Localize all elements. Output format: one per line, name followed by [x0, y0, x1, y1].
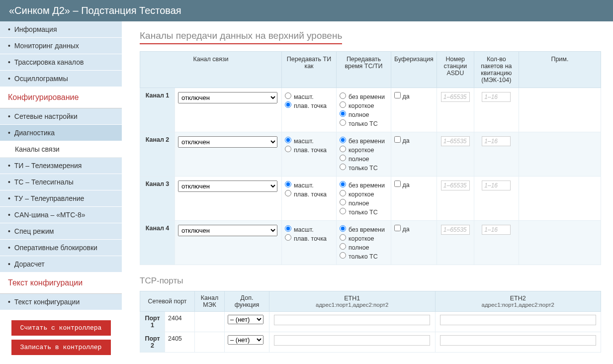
tcp-row: Порт 12404– (нет)	[140, 312, 601, 332]
nav-osc[interactable]: Осциллограммы	[0, 71, 122, 87]
channel-name: Канал 3	[140, 177, 175, 221]
nav-text-config[interactable]: Текст конфигурации	[0, 294, 122, 310]
packets-input[interactable]	[482, 181, 511, 190]
time-tc-radio[interactable]: только ТС	[340, 163, 388, 172]
note-cell	[519, 177, 601, 221]
channel-name: Канал 1	[140, 88, 175, 132]
asdu-input[interactable]	[441, 92, 470, 102]
time-short-radio[interactable]: короткое	[340, 101, 388, 110]
th-pkt: Кол-во пакетов на квитанцию (МЭК-104)	[474, 52, 519, 88]
addfn-select[interactable]: – (нет)	[228, 315, 263, 324]
packets-input[interactable]	[482, 225, 511, 235]
nav-diag[interactable]: Диагностика	[0, 125, 122, 141]
ti-scale-radio[interactable]: масшт.	[285, 136, 333, 145]
th-addfn: Доп. функция	[225, 291, 269, 312]
th-asdu: Номер станции ASDU	[437, 52, 474, 88]
time-none-radio[interactable]: без времени	[340, 225, 388, 234]
nav-channels[interactable]: Каналы связи	[0, 141, 122, 158]
ti-float-radio[interactable]: плав. точка	[285, 189, 333, 198]
th-eth1: ETH1 адрес1:порт1,адрес2:порт2	[269, 291, 436, 312]
time-none-radio[interactable]: без времени	[340, 136, 388, 145]
time-short-radio[interactable]: короткое	[340, 234, 388, 243]
app-header: «Синком Д2» – Подстанция Тестовая	[0, 0, 613, 21]
packets-input[interactable]	[482, 92, 511, 102]
asdu-input[interactable]	[441, 225, 470, 235]
write-controller-button[interactable]: Записать в контроллер	[11, 340, 111, 355]
th-time: Передавать время ТС/ТИ	[337, 52, 391, 88]
nav-blocks[interactable]: Оперативные блокировки	[0, 240, 122, 256]
channel-row: Канал 4отключенмасшт.плав. точкабез врем…	[140, 221, 601, 265]
time-short-radio[interactable]: короткое	[340, 189, 388, 198]
note-cell	[519, 132, 601, 177]
buffer-checkbox[interactable]: да	[394, 93, 410, 100]
packets-input[interactable]	[482, 136, 511, 146]
ti-float-radio[interactable]: плав. точка	[285, 145, 333, 154]
eth2-input[interactable]	[440, 315, 596, 325]
nav-tracing[interactable]: Трассировка каналов	[0, 54, 122, 71]
nav-recalc[interactable]: Дорасчет	[0, 256, 122, 273]
tcp-port-number: 2404	[165, 312, 195, 332]
time-tc-radio[interactable]: только ТС	[340, 119, 388, 128]
time-full-radio[interactable]: полное	[340, 198, 388, 207]
buffer-checkbox[interactable]: да	[394, 182, 410, 188]
time-tc-radio[interactable]: только ТС	[340, 207, 388, 216]
channel-type-select[interactable]: отключен	[178, 136, 277, 148]
nav-spec[interactable]: Спец режим	[0, 223, 122, 240]
nav-info[interactable]: Информация	[0, 21, 122, 38]
ti-float-radio[interactable]: плав. точка	[285, 234, 333, 243]
th-buf: Буферизация	[391, 52, 437, 88]
ti-scale-radio[interactable]: масшт.	[285, 181, 333, 189]
ti-float-radio[interactable]: плав. точка	[285, 101, 333, 110]
nav-header-config: Конфигурирование	[0, 87, 122, 108]
channels-table: Канал связи Передавать ТИ как Передавать…	[140, 51, 601, 265]
ti-scale-radio[interactable]: масшт.	[285, 92, 333, 101]
channel-type-select[interactable]: отключен	[178, 92, 277, 103]
channel-row: Канал 1отключенмасшт.плав. точкабез врем…	[140, 88, 601, 132]
time-short-radio[interactable]: короткое	[340, 145, 388, 154]
channel-type-select[interactable]: отключен	[178, 225, 277, 236]
th-channel: Канал связи	[140, 52, 282, 88]
th-iec: Канал МЭК	[195, 291, 225, 312]
buffer-checkbox[interactable]: да	[394, 137, 410, 144]
ti-scale-radio[interactable]: масшт.	[285, 225, 333, 234]
channel-row: Канал 3отключенмасшт.плав. точкабез врем…	[140, 177, 601, 221]
time-none-radio[interactable]: без времени	[340, 92, 388, 101]
th-note: Прим.	[519, 52, 601, 88]
read-controller-button[interactable]: Считать с контроллера	[11, 320, 111, 336]
time-full-radio[interactable]: полное	[340, 243, 388, 252]
nav-network[interactable]: Сетевые настройки	[0, 108, 122, 125]
tcp-row: Порт 22405– (нет)	[140, 332, 601, 353]
asdu-input[interactable]	[441, 136, 470, 146]
main-content: Каналы передачи данных на верхний уровен…	[122, 21, 613, 364]
th-eth2: ETH2 адрес1:порт1,адрес2:порт2	[435, 291, 601, 312]
page-title: Каналы передачи данных на верхний уровен…	[140, 30, 342, 44]
time-full-radio[interactable]: полное	[340, 154, 388, 163]
asdu-input[interactable]	[441, 181, 470, 190]
buffer-checkbox[interactable]: да	[394, 226, 410, 233]
time-full-radio[interactable]: полное	[340, 110, 388, 119]
channel-type-select[interactable]: отключен	[178, 181, 277, 192]
time-none-radio[interactable]: без времени	[340, 181, 388, 189]
nav-header-text: Текст конфигурации	[0, 273, 122, 294]
tcp-table: Сетевой порт Канал МЭК Доп. функция ETH1…	[140, 291, 601, 353]
note-cell	[519, 88, 601, 132]
tcp-port-name: Порт 2	[140, 332, 165, 353]
note-cell	[519, 221, 601, 265]
eth1-input[interactable]	[274, 315, 430, 325]
nav-tu[interactable]: ТУ – Телеуправление	[0, 190, 122, 207]
app-title: «Синком Д2» – Подстанция Тестовая	[9, 5, 181, 16]
addfn-select[interactable]: – (нет)	[228, 335, 263, 345]
eth1-input[interactable]	[274, 335, 430, 346]
tcp-port-number: 2405	[165, 332, 195, 353]
tcp-section-title: TCP-порты	[140, 276, 601, 286]
nav-ts[interactable]: ТС – Телесигналы	[0, 174, 122, 190]
sidebar: Информация Мониторинг данных Трассировка…	[0, 21, 122, 364]
channel-row: Канал 2отключенмасшт.плав. точкабез врем…	[140, 132, 601, 177]
nav-can[interactable]: CAN-шина – «МТС-8»	[0, 207, 122, 223]
eth2-input[interactable]	[440, 335, 596, 346]
th-netport: Сетевой порт	[140, 291, 195, 312]
tcp-port-name: Порт 1	[140, 312, 165, 332]
nav-ti[interactable]: ТИ – Телеизмерения	[0, 158, 122, 174]
nav-monitoring[interactable]: Мониторинг данных	[0, 38, 122, 54]
time-tc-radio[interactable]: только ТС	[340, 252, 388, 261]
